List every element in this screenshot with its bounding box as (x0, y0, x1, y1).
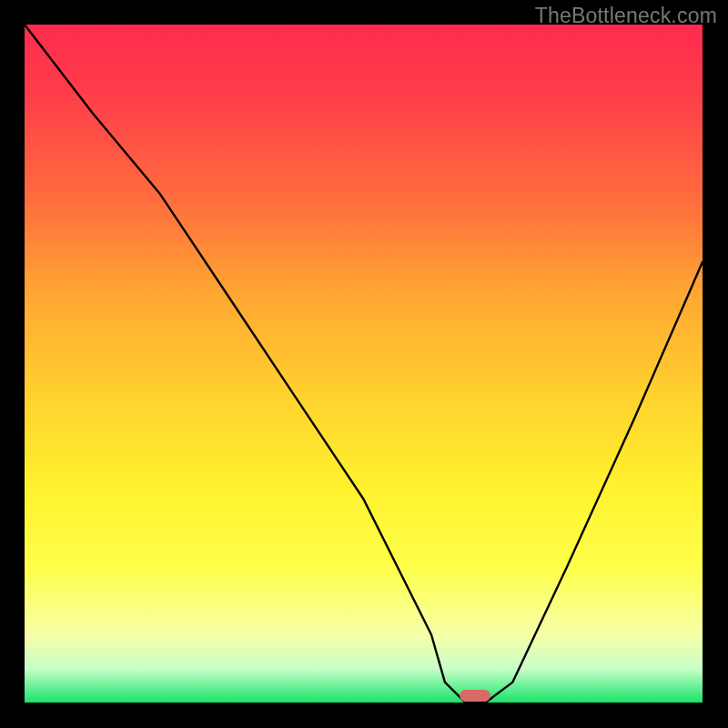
chart-frame: TheBottleneck.com (0, 0, 728, 728)
bottleneck-curve (25, 25, 703, 703)
watermark-text: TheBottleneck.com (535, 4, 717, 28)
optimum-marker (460, 690, 490, 702)
plot-area (25, 25, 703, 703)
